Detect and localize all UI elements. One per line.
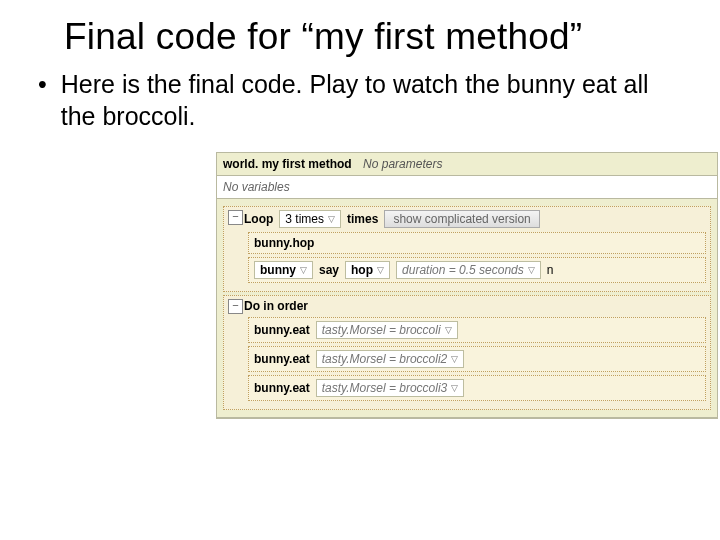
duration-dropdown[interactable]: duration = 0.5 seconds ▽: [396, 261, 541, 279]
bullet-dot: •: [38, 68, 47, 132]
bullet-item: • Here is the final code. Play to watch …: [36, 68, 684, 132]
call-tile[interactable]: bunny ▽ say hop ▽ duration = 0.5 seconds…: [248, 257, 706, 283]
param-value: tasty.Morsel = broccoli2: [322, 352, 448, 366]
show-complicated-button[interactable]: show complicated version: [384, 210, 539, 228]
call-tile[interactable]: bunny.eat tasty.Morsel = broccoli ▽: [248, 317, 706, 343]
variables-section: No variables: [217, 176, 717, 199]
loop-unit: times: [347, 212, 378, 226]
call-label: bunny.eat: [254, 323, 310, 337]
param-value: tasty.Morsel = broccoli3: [322, 381, 448, 395]
chevron-down-icon: ▽: [300, 265, 307, 275]
duration-value: duration = 0.5 seconds: [402, 263, 524, 277]
loop-keyword: Loop: [244, 212, 273, 226]
sequence-keyword: Do in order: [244, 299, 308, 313]
sequence-header: Do in order: [244, 299, 706, 313]
collapse-toggle[interactable]: −: [228, 299, 243, 314]
verb-label: say: [319, 263, 339, 277]
loop-header: Loop 3 times ▽ times show complicated ve…: [244, 210, 706, 228]
chevron-down-icon: ▽: [328, 214, 335, 224]
call-label: bunny.eat: [254, 381, 310, 395]
call-label: bunny.hop: [254, 236, 314, 250]
call-label: bunny.eat: [254, 352, 310, 366]
param-dropdown[interactable]: tasty.Morsel = broccoli ▽: [316, 321, 458, 339]
page-title: Final code for “my first method”: [64, 16, 684, 58]
call-tile[interactable]: bunny.eat tasty.Morsel = broccoli2 ▽: [248, 346, 706, 372]
sequence-block[interactable]: − Do in order bunny.eat tasty.Morsel = b…: [223, 295, 711, 410]
method-path: world. my first method: [223, 157, 352, 171]
loop-count-dropdown[interactable]: 3 times ▽: [279, 210, 341, 228]
arg-value: hop: [351, 263, 373, 277]
param-dropdown[interactable]: tasty.Morsel = broccoli2 ▽: [316, 350, 465, 368]
chevron-down-icon: ▽: [451, 383, 458, 393]
call-tile[interactable]: bunny.hop: [248, 232, 706, 254]
loop-block[interactable]: − Loop 3 times ▽ times show complicated …: [223, 206, 711, 292]
arg-dropdown[interactable]: hop ▽: [345, 261, 390, 279]
collapse-toggle[interactable]: −: [228, 210, 243, 225]
trailing-text: n: [547, 263, 554, 277]
loop-count-value: 3 times: [285, 212, 324, 226]
chevron-down-icon: ▽: [528, 265, 535, 275]
param-value: tasty.Morsel = broccoli: [322, 323, 441, 337]
object-name: bunny: [260, 263, 296, 277]
method-header-bar: world. my first method No parameters: [217, 153, 717, 176]
params-note: No parameters: [363, 157, 442, 171]
code-body: − Loop 3 times ▽ times show complicated …: [217, 199, 717, 418]
param-dropdown[interactable]: tasty.Morsel = broccoli3 ▽: [316, 379, 465, 397]
code-editor-panel: world. my first method No parameters No …: [216, 152, 718, 419]
chevron-down-icon: ▽: [377, 265, 384, 275]
object-dropdown[interactable]: bunny ▽: [254, 261, 313, 279]
call-tile[interactable]: bunny.eat tasty.Morsel = broccoli3 ▽: [248, 375, 706, 401]
chevron-down-icon: ▽: [445, 325, 452, 335]
chevron-down-icon: ▽: [451, 354, 458, 364]
bullet-text: Here is the final code. Play to watch th…: [61, 68, 684, 132]
